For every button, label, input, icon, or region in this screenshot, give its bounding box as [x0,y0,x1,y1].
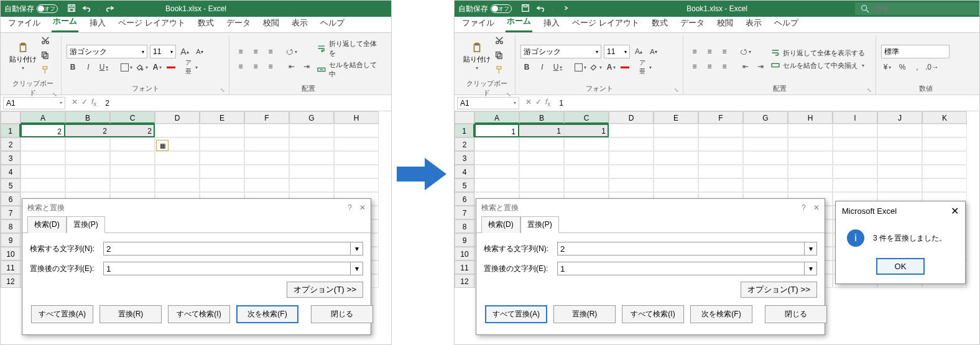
cell[interactable] [155,151,200,165]
cell[interactable] [474,137,519,151]
cell[interactable] [519,165,564,178]
redo-icon[interactable] [105,3,115,15]
cell[interactable] [110,165,155,178]
options-button[interactable]: オプション(T) >> [287,282,363,298]
cell[interactable] [289,137,334,151]
cell[interactable] [922,137,967,151]
cell[interactable]: 1 [564,124,609,137]
find-next-button[interactable]: 次を検索(F) [690,305,752,323]
number-format-combo[interactable]: 標準 [881,45,950,58]
row-header[interactable]: 1 [455,124,474,137]
replace-dropdown-icon[interactable]: ▾ [805,262,817,275]
cell[interactable] [698,124,743,137]
col-header[interactable]: F [244,111,289,124]
replace-input[interactable] [557,262,805,275]
font-launcher-icon[interactable]: ⤡ [674,87,679,93]
decrease-font-icon[interactable]: A▾ [193,45,206,58]
cell[interactable] [200,137,244,151]
row-header[interactable]: 5 [1,178,21,192]
row-header[interactable]: 1 [1,124,21,137]
align-left-icon[interactable]: ≡ [688,60,701,73]
row-header[interactable]: 7 [455,206,474,219]
cell[interactable] [609,165,654,178]
underline-button[interactable]: U [552,61,564,73]
search-input[interactable] [874,4,961,14]
row-header[interactable]: 2 [455,137,474,151]
align-right-icon[interactable]: ≡ [718,60,731,73]
font-color-button[interactable]: A [605,61,617,73]
row-header[interactable]: 12 [1,274,21,288]
cell[interactable] [833,137,877,151]
cell[interactable] [474,151,519,165]
save-icon[interactable] [520,3,530,15]
close-icon[interactable]: ✕ [813,203,820,212]
format-painter-icon[interactable] [40,65,50,78]
col-header[interactable]: D [155,111,200,124]
cell[interactable] [788,151,833,165]
cell[interactable] [65,151,110,165]
cell[interactable] [21,178,65,192]
font-size-combo[interactable]: 11▾ [604,45,630,58]
tab-formulas[interactable]: 数式 [650,15,669,32]
merge-center-button[interactable]: セルを結合して中央揃え [770,60,865,70]
cell[interactable] [788,124,833,137]
font-launcher-icon[interactable]: ⤡ [220,87,225,93]
italic-button[interactable]: I [536,61,548,73]
close-button[interactable]: 閉じる [311,305,373,323]
cell[interactable] [21,137,65,151]
phonetic-button[interactable]: ア亜 [185,61,198,73]
align-bottom-icon[interactable]: ≡ [718,45,731,58]
cell[interactable] [65,165,110,178]
cell[interactable]: 2 [65,124,110,137]
row-header[interactable]: 4 [455,165,474,178]
cell[interactable] [519,137,564,151]
cell[interactable] [21,165,65,178]
options-button[interactable]: オプション(T) >> [741,282,817,298]
cell[interactable] [65,178,110,192]
bold-button[interactable]: B [520,61,533,73]
cell[interactable] [289,178,334,192]
col-header[interactable]: C [110,111,155,124]
cell[interactable] [564,165,609,178]
align-center-icon[interactable]: ≡ [249,60,262,73]
find-all-button[interactable]: すべて検索(I) [168,305,230,323]
phonetic-button[interactable]: ア亜 [639,61,652,73]
tab-replace[interactable]: 置換(P) [67,216,105,233]
accounting-format-icon[interactable]: ¥ [881,61,894,73]
cell[interactable] [519,178,564,192]
cell[interactable] [200,165,244,178]
cell[interactable]: 1 [519,124,564,137]
tab-review[interactable]: 校閲 [262,15,280,32]
cell[interactable] [833,165,877,178]
cell[interactable] [698,165,743,178]
increase-indent-icon[interactable]: ⇥ [754,60,767,73]
increase-decimal-icon[interactable]: .0→ [926,61,938,73]
orientation-icon[interactable]: ⭯ [285,45,298,58]
tab-insert[interactable]: 挿入 [542,15,561,32]
row-header[interactable]: 10 [1,247,21,260]
col-header[interactable]: G [289,111,334,124]
find-input[interactable] [103,242,351,255]
cell[interactable] [877,178,922,192]
cut-icon[interactable] [40,35,50,48]
cell[interactable] [833,124,877,137]
replace-input[interactable] [103,262,351,275]
underline-button[interactable]: U [98,61,110,73]
cell[interactable] [474,165,519,178]
find-input[interactable] [557,242,805,255]
tab-view[interactable]: 表示 [744,15,763,32]
replace-all-button[interactable]: すべて置換(A) [485,305,547,323]
fx-icon[interactable]: fx [91,98,96,108]
row-header[interactable]: 8 [1,219,21,233]
align-middle-icon[interactable]: ≡ [703,45,716,58]
cancel-icon[interactable]: ✕ [525,98,532,108]
font-name-combo[interactable]: 游ゴシック▾ [520,45,601,58]
col-header[interactable]: A [21,111,65,124]
cell[interactable] [922,151,967,165]
cell[interactable] [609,124,654,137]
tab-formulas[interactable]: 数式 [196,15,215,32]
cell[interactable] [200,178,244,192]
align-center-icon[interactable]: ≡ [703,60,716,73]
cell[interactable] [334,178,379,192]
cell[interactable] [877,137,922,151]
